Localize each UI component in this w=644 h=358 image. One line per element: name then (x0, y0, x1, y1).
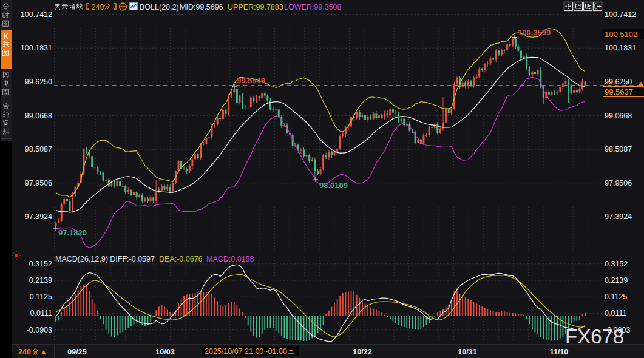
svg-text:97.9506: 97.9506 (605, 179, 632, 187)
svg-text:99.6250: 99.6250 (605, 78, 632, 86)
svg-text:100.1831: 100.1831 (21, 44, 52, 52)
svg-text:10/03: 10/03 (155, 348, 174, 356)
svg-text:LOWER:99.3508: LOWER:99.3508 (284, 3, 342, 12)
svg-text:BOLL(20,2): BOLL(20,2) (140, 3, 179, 12)
svg-text:K: K (4, 32, 8, 41)
svg-text:0.0111: 0.0111 (605, 309, 626, 317)
svg-text:MID:99.5696: MID:99.5696 (180, 3, 223, 12)
svg-text:240: 240 (92, 3, 104, 12)
svg-text:97.3924: 97.3924 (25, 212, 52, 221)
svg-text:UPPER:99.7883: UPPER:99.7883 (228, 3, 283, 12)
svg-text:0.2139: 0.2139 (29, 276, 52, 285)
svg-text:09/25: 09/25 (67, 348, 86, 356)
svg-text:100.3599: 100.3599 (518, 28, 551, 37)
svg-text:0.3152: 0.3152 (605, 260, 628, 268)
svg-text:0.2139: 0.2139 (605, 276, 628, 285)
svg-text:11/10: 11/10 (550, 348, 569, 356)
svg-text:100.5102: 100.5102 (605, 30, 637, 39)
svg-text:97.9506: 97.9506 (25, 179, 52, 187)
svg-text:99.5637: 99.5637 (605, 87, 633, 96)
svg-text:DEA:-0.0676: DEA:-0.0676 (159, 255, 203, 263)
svg-text:98.0109: 98.0109 (319, 181, 348, 190)
svg-text:100.1831: 100.1831 (605, 44, 636, 52)
svg-text:100.7412: 100.7412 (21, 10, 52, 19)
svg-text:99.0668: 99.0668 (25, 112, 52, 120)
svg-text:98.5087: 98.5087 (25, 145, 52, 154)
svg-text:MACD:0.0158: MACD:0.0158 (206, 255, 254, 263)
svg-text:10/22: 10/22 (353, 348, 371, 356)
svg-text:99.5549: 99.5549 (237, 76, 265, 85)
svg-text:240: 240 (18, 348, 31, 356)
svg-text:MACD(26,12,9) DIFF:-0.0597: MACD(26,12,9) DIFF:-0.0597 (55, 255, 155, 263)
svg-text:98.5087: 98.5087 (605, 145, 632, 154)
svg-text:100.7412: 100.7412 (605, 10, 636, 19)
svg-text:99.0668: 99.0668 (605, 112, 632, 120)
svg-text:0.0111: 0.0111 (30, 309, 52, 317)
svg-text:0.1125: 0.1125 (30, 292, 52, 301)
svg-text:97.3924: 97.3924 (605, 212, 632, 221)
svg-text:0.1125: 0.1125 (605, 292, 627, 301)
svg-text:99.6250: 99.6250 (25, 78, 52, 86)
svg-text:2025/10/07 21:00~01:00: 2025/10/07 21:00~01:00 (205, 347, 287, 356)
svg-text:-0.0903: -0.0903 (27, 326, 52, 334)
svg-text:0.3152: 0.3152 (29, 260, 52, 268)
svg-text:10/31: 10/31 (458, 348, 476, 356)
svg-text:97.1820: 97.1820 (58, 228, 87, 237)
